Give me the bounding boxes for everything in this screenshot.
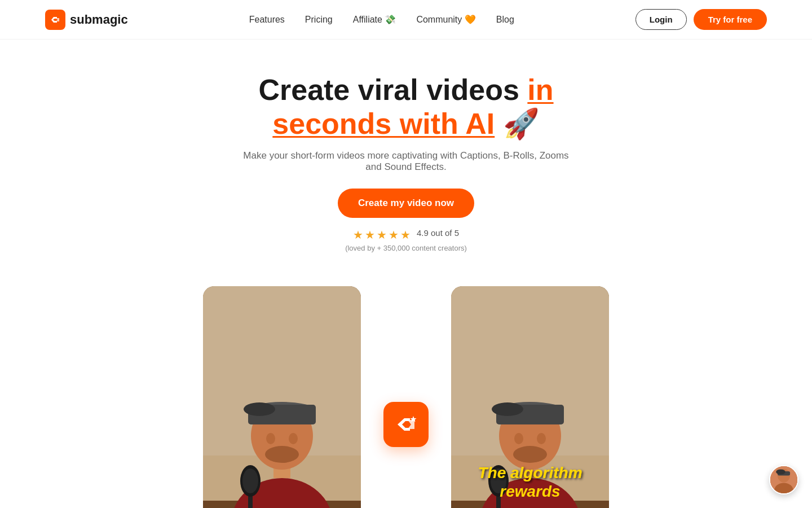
nav-affiliate[interactable]: Affiliate 💸 [353, 15, 396, 24]
hero-title: Create viral videos in seconds with AI 🚀 [203, 73, 609, 141]
logo-icon [45, 10, 65, 30]
svg-text:rewards: rewards [500, 483, 560, 500]
video-demo-section: DEEZ NUTZ [0, 275, 812, 508]
svg-point-9 [266, 433, 275, 444]
svg-point-44 [776, 469, 785, 474]
hero-subtitle: Make your short-form videos more captiva… [237, 150, 575, 173]
star-2: ★ [365, 228, 375, 242]
login-button[interactable]: Login [636, 9, 687, 30]
video-after: DEEZ NUTZ The algorithm rewards [451, 286, 609, 508]
hero-title-part1: Create viral videos [258, 73, 527, 106]
stars-container: ★ ★ ★ ★ ★ 4.9 out of 5 [353, 228, 459, 242]
svg-point-27 [492, 402, 523, 416]
hero-title-emoji: 🚀 [495, 107, 539, 140]
svg-point-11 [265, 446, 299, 463]
hero-section: Create viral videos in seconds with AI 🚀… [0, 40, 812, 275]
brand-name: submagic [70, 12, 128, 27]
create-video-button[interactable]: Create my video now [338, 189, 474, 218]
rating-row: ★ ★ ★ ★ ★ 4.9 out of 5 (loved by + 350,0… [345, 228, 467, 252]
center-logo [383, 402, 429, 447]
nav-community[interactable]: Community 🧡 [416, 15, 475, 24]
before-bg: DEEZ NUTZ [203, 286, 361, 508]
avatar-image [770, 466, 797, 493]
nav-actions: Login Try for free [636, 9, 767, 30]
svg-point-29 [537, 433, 546, 444]
star-5: ★ [400, 228, 411, 242]
star-3: ★ [377, 228, 387, 242]
star-1: ★ [353, 228, 363, 242]
logo-link[interactable]: submagic [45, 10, 128, 30]
svg-point-30 [513, 446, 547, 463]
rating-score: 4.9 out of 5 [417, 228, 459, 242]
nav-features[interactable]: Features [249, 15, 285, 24]
try-free-button[interactable]: Try for free [694, 9, 767, 30]
video-before: DEEZ NUTZ [203, 286, 361, 508]
svg-text:The algorithm: The algorithm [478, 464, 582, 481]
svg-point-14 [242, 468, 258, 493]
social-proof: (loved by + 350,000 content creators) [345, 244, 467, 252]
chat-support-avatar[interactable] [769, 465, 798, 494]
nav-pricing[interactable]: Pricing [305, 15, 333, 24]
navbar: submagic Features Pricing Affiliate 💸 Co… [0, 0, 812, 40]
svg-point-8 [244, 402, 275, 416]
after-bg: DEEZ NUTZ The algorithm rewards [451, 286, 609, 508]
nav-blog[interactable]: Blog [496, 15, 514, 24]
svg-point-10 [289, 433, 298, 444]
nav-links: Features Pricing Affiliate 💸 Community 🧡… [249, 14, 514, 25]
star-4: ★ [389, 228, 399, 242]
svg-point-28 [514, 433, 523, 444]
